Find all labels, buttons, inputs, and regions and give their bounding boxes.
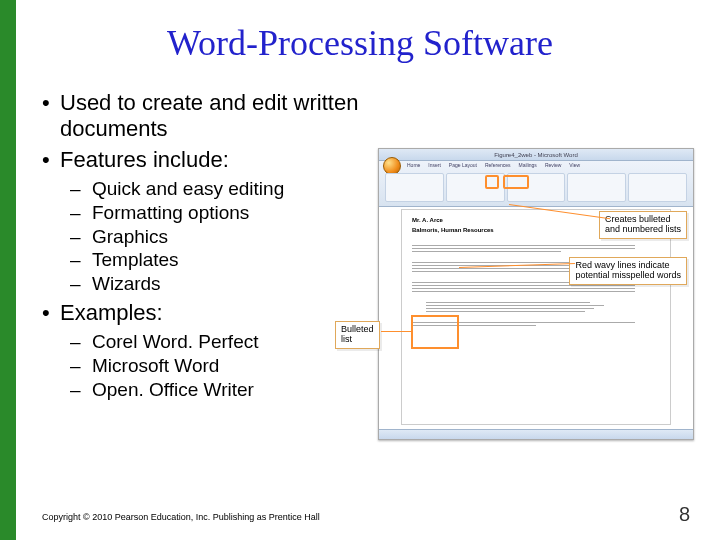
callout-box: Creates bulleted and numbered lists	[599, 211, 687, 239]
sub-bullet-text: Corel Word. Perfect	[92, 330, 258, 354]
dash-icon: –	[70, 177, 92, 201]
bullet-item: • Features include:	[42, 147, 382, 173]
highlight-box	[485, 175, 499, 189]
dash-icon: –	[70, 354, 92, 378]
sub-bullet-item: – Wizards	[70, 272, 382, 296]
highlight-box	[503, 175, 529, 189]
ribbon-group	[385, 173, 444, 202]
sub-bullet-text: Templates	[92, 248, 179, 272]
bullet-text: Examples:	[60, 300, 163, 326]
dash-icon: –	[70, 378, 92, 402]
sub-bullet-item: – Formatting options	[70, 201, 382, 225]
sub-bullet-text: Graphics	[92, 225, 168, 249]
ribbon-group	[567, 173, 626, 202]
callout-text: list	[341, 335, 374, 345]
word-window-title: Figure4_2web - Microsoft Word	[379, 149, 693, 161]
ribbon-groups	[385, 173, 687, 202]
callout-box: Red wavy lines indicate potential misspe…	[569, 257, 687, 285]
slide-title: Word-Processing Software	[0, 22, 720, 64]
dash-icon: –	[70, 248, 92, 272]
ribbon-group	[628, 173, 687, 202]
dash-icon: –	[70, 201, 92, 225]
dash-icon: –	[70, 272, 92, 296]
word-tab: Mailings	[517, 162, 539, 168]
sub-bullet-item: – Quick and easy editing	[70, 177, 382, 201]
word-screenshot: Figure4_2web - Microsoft Word Home Inser…	[378, 148, 694, 440]
callout-box: Bulleted list	[335, 321, 380, 349]
page-number: 8	[679, 503, 690, 526]
dash-icon: –	[70, 330, 92, 354]
side-accent-bar	[0, 0, 16, 540]
bullet-icon: •	[42, 90, 60, 116]
bullet-icon: •	[42, 300, 60, 326]
callout-connector	[381, 331, 411, 332]
sub-bullet-item: – Open. Office Writer	[70, 378, 382, 402]
word-tab: View	[567, 162, 582, 168]
word-tab: Page Layout	[447, 162, 479, 168]
sub-bullet-text: Open. Office Writer	[92, 378, 254, 402]
callout-text: potential misspelled words	[575, 271, 681, 281]
bullet-icon: •	[42, 147, 60, 173]
word-tab: Review	[543, 162, 563, 168]
sub-bullet-text: Quick and easy editing	[92, 177, 284, 201]
sub-bullet-text: Microsoft Word	[92, 354, 219, 378]
bullet-list: • Used to create and edit written docume…	[42, 90, 382, 402]
word-tab: Insert	[426, 162, 443, 168]
bullet-text: Features include:	[60, 147, 229, 173]
bullet-item: • Examples:	[42, 300, 382, 326]
sub-bullet-text: Wizards	[92, 272, 161, 296]
sub-bullet-item: – Microsoft Word	[70, 354, 382, 378]
word-tab: Home	[405, 162, 422, 168]
bullet-item: • Used to create and edit written docume…	[42, 90, 382, 143]
highlight-box	[411, 315, 459, 349]
dash-icon: –	[70, 225, 92, 249]
word-status-bar	[379, 429, 693, 439]
sub-bullet-item: – Graphics	[70, 225, 382, 249]
word-tab-row: Home Insert Page Layout References Maili…	[405, 162, 582, 168]
callout-text: and numbered lists	[605, 225, 681, 235]
bullet-text: Used to create and edit written document…	[60, 90, 382, 143]
sub-bullet-text: Formatting options	[92, 201, 249, 225]
sub-bullet-item: – Templates	[70, 248, 382, 272]
word-tab: References	[483, 162, 513, 168]
copyright-text: Copyright © 2010 Pearson Education, Inc.…	[42, 512, 320, 522]
word-ribbon: Home Insert Page Layout References Maili…	[379, 161, 693, 207]
